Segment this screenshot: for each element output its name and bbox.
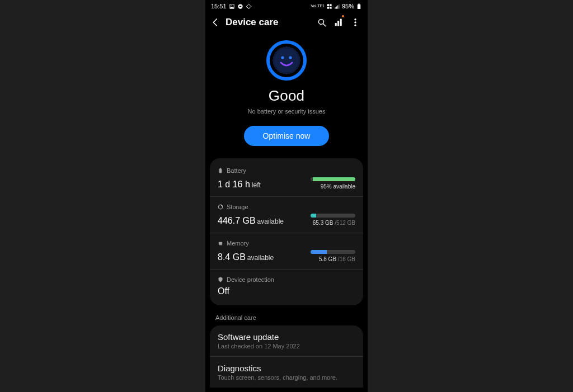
network-icon <box>326 3 332 10</box>
svg-point-20 <box>355 18 356 20</box>
battery-value: 1 d 16 hleft <box>218 180 261 190</box>
memory-meter <box>311 250 355 254</box>
storage-meter <box>311 214 355 218</box>
picture-icon <box>229 3 235 10</box>
additional-care-card: Software update Last checked on 12 May 2… <box>210 325 363 388</box>
svg-line-16 <box>323 23 326 26</box>
shield-icon <box>218 277 223 282</box>
storage-meter-fill <box>311 214 316 218</box>
svg-rect-32 <box>221 244 222 245</box>
search-button[interactable] <box>315 16 328 29</box>
storage-small-icon <box>218 204 223 210</box>
more-button[interactable] <box>349 16 362 29</box>
software-update-sub: Last checked on 12 May 2022 <box>218 343 355 350</box>
chevron-left-icon <box>210 17 220 27</box>
app-header: Device care <box>205 11 368 35</box>
bar-chart-icon <box>334 17 344 27</box>
svg-rect-12 <box>339 4 339 8</box>
svg-rect-5 <box>327 4 329 6</box>
more-vertical-icon <box>350 17 360 27</box>
status-bar-left: 15:51 <box>211 3 252 10</box>
svg-rect-7 <box>327 6 329 8</box>
software-update-row[interactable]: Software update Last checked on 12 May 2… <box>210 325 363 356</box>
smiley-icon <box>273 47 300 74</box>
storage-label: Storage <box>227 204 248 210</box>
volte-label: VoLTE1 <box>311 4 325 8</box>
search-icon <box>317 17 327 27</box>
svg-rect-30 <box>219 244 220 245</box>
diagnostics-row[interactable]: Diagnostics Touch screen, sensors, charg… <box>210 356 363 388</box>
notification-icon-2 <box>246 3 252 10</box>
device-status-section: Good No battery or security issues Optim… <box>205 35 368 158</box>
svg-rect-14 <box>358 3 360 4</box>
metrics-card: Battery 1 d 16 hleft 95% available Stora… <box>210 158 363 305</box>
notification-dot-icon <box>342 15 344 17</box>
additional-care-heading: Additional care <box>205 305 368 325</box>
notification-icon <box>237 3 243 10</box>
status-time: 15:51 <box>211 3 227 10</box>
diagnostics-title: Diagnostics <box>218 363 355 373</box>
storage-usage: 65.3 GB /512 GB <box>313 220 355 226</box>
svg-point-24 <box>281 56 284 59</box>
memory-meter-fill <box>311 250 327 254</box>
protection-row[interactable]: Device protection Off <box>210 269 363 303</box>
status-subtext: No battery or security issues <box>248 108 326 115</box>
protection-label: Device protection <box>227 276 274 283</box>
usage-button[interactable] <box>332 16 345 29</box>
status-bar: 15:51 VoLTE1 95% <box>205 0 368 11</box>
battery-icon <box>356 3 362 10</box>
storage-value: 446.7 GBavailable <box>218 216 284 226</box>
page-title: Device care <box>226 17 312 28</box>
software-update-title: Software update <box>218 332 355 342</box>
battery-available: 95% available <box>321 183 355 190</box>
svg-rect-10 <box>336 6 337 8</box>
memory-small-icon <box>218 240 223 246</box>
svg-rect-27 <box>220 168 221 168</box>
memory-row[interactable]: Memory 8.4 GBavailable 5.8 GB /16 GB <box>210 233 363 269</box>
svg-rect-8 <box>330 6 332 8</box>
signal-icon <box>334 3 340 10</box>
phone-frame: 15:51 VoLTE1 95% Device care <box>205 0 368 392</box>
svg-point-22 <box>355 25 356 26</box>
battery-label: Battery <box>227 167 246 174</box>
svg-point-21 <box>355 22 356 23</box>
svg-point-23 <box>274 48 299 73</box>
status-heading: Good <box>269 87 304 105</box>
svg-rect-4 <box>239 6 241 7</box>
memory-label: Memory <box>227 240 249 247</box>
storage-row[interactable]: Storage 446.7 GBavailable 65.3 GB /512 G… <box>210 196 363 233</box>
svg-rect-9 <box>335 7 335 8</box>
memory-value: 8.4 GBavailable <box>218 252 274 262</box>
status-face-icon <box>266 40 307 81</box>
diagnostics-sub: Touch screen, sensors, charging, and mor… <box>218 374 355 381</box>
protection-value: Off <box>218 286 355 296</box>
svg-rect-31 <box>220 244 221 245</box>
svg-rect-19 <box>340 19 341 26</box>
svg-rect-6 <box>330 4 332 6</box>
battery-pct: 95% <box>342 3 354 10</box>
svg-rect-17 <box>335 23 336 26</box>
svg-point-2 <box>231 5 231 6</box>
back-button[interactable] <box>209 16 222 29</box>
svg-rect-26 <box>219 169 222 173</box>
battery-row[interactable]: Battery 1 d 16 hleft 95% available <box>210 160 363 196</box>
svg-rect-11 <box>337 5 338 8</box>
svg-point-25 <box>289 56 292 59</box>
status-bar-right: VoLTE1 95% <box>311 3 362 10</box>
svg-rect-13 <box>358 4 361 8</box>
optimise-button[interactable]: Optimise now <box>244 126 330 146</box>
svg-rect-29 <box>219 242 222 244</box>
svg-rect-18 <box>338 21 339 26</box>
memory-usage: 5.8 GB /16 GB <box>319 256 355 262</box>
battery-meter <box>311 177 355 181</box>
battery-small-icon <box>218 168 223 173</box>
battery-meter-fill <box>313 177 355 181</box>
